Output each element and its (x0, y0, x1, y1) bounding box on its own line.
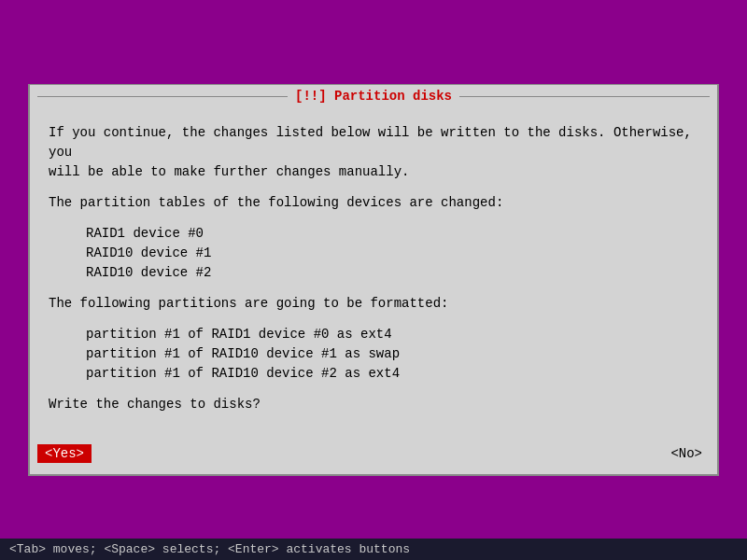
write-question: Write the changes to disks? (49, 395, 698, 414)
intro-line1: If you continue, the changes listed belo… (49, 125, 692, 160)
title-bar: [!!] Partition disks (30, 85, 717, 107)
buttons-row: <Yes> <No> (30, 441, 717, 474)
list-item: RAID1 device #0 (86, 224, 698, 244)
list-item: RAID10 device #2 (86, 263, 698, 283)
partition-tables-header: The partition tables of the following de… (49, 193, 698, 213)
device-list: RAID1 device #0 RAID10 device #1 RAID10 … (86, 224, 698, 283)
dialog-container: [!!] Partition disks If you continue, th… (28, 84, 719, 476)
list-item: partition #1 of RAID1 device #0 as ext4 (86, 325, 698, 344)
title-line-right (459, 96, 710, 97)
yes-button[interactable]: <Yes> (37, 444, 92, 463)
partition-list: partition #1 of RAID1 device #0 as ext4 … (86, 325, 698, 384)
dialog-title: [!!] Partition disks (288, 89, 459, 104)
intro-text: If you continue, the changes listed belo… (49, 123, 698, 182)
list-item: partition #1 of RAID10 device #2 as ext4 (86, 364, 698, 384)
title-line-left (37, 96, 288, 97)
list-item: partition #1 of RAID10 device #1 as swap (86, 344, 698, 364)
status-text: <Tab> moves; <Space> selects; <Enter> ac… (9, 542, 410, 556)
no-button[interactable]: <No> (663, 444, 710, 463)
partitions-header: The following partitions are going to be… (49, 294, 698, 314)
list-item: RAID10 device #1 (86, 244, 698, 263)
outer-wrapper: [!!] Partition disks If you continue, th… (0, 0, 747, 560)
intro-line2: will be able to make further changes man… (49, 164, 409, 179)
status-bar: <Tab> moves; <Space> selects; <Enter> ac… (0, 539, 747, 560)
dialog-body: If you continue, the changes listed belo… (30, 108, 717, 441)
